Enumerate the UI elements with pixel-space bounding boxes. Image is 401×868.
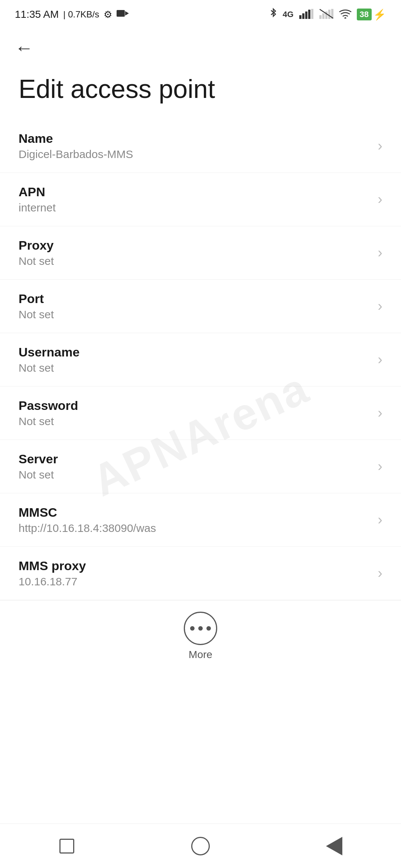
recent-apps-icon	[59, 839, 74, 854]
svg-rect-8	[322, 13, 325, 19]
dot-3	[206, 626, 211, 631]
back-arrow-icon: ←	[15, 37, 33, 58]
wifi-icon	[339, 9, 352, 20]
content-area: ← Edit access point Name Digicel-Barbado…	[0, 26, 401, 823]
svg-rect-6	[311, 9, 313, 19]
network-4g-icon: 4G	[283, 10, 293, 19]
bottom-nav	[0, 823, 401, 868]
settings-value-server: Not set	[19, 468, 370, 481]
settings-item-mms-proxy-content: MMS proxy 10.16.18.77	[19, 559, 370, 588]
signal-bars-icon	[299, 9, 314, 20]
settings-value-port: Not set	[19, 308, 370, 321]
back-button[interactable]: ←	[0, 26, 401, 66]
status-bar-right: 4G	[269, 8, 386, 22]
svg-marker-1	[125, 11, 129, 16]
back-nav-icon	[326, 837, 342, 855]
nav-home-button[interactable]	[182, 831, 219, 861]
settings-value-username: Not set	[19, 362, 370, 374]
chevron-right-password: ›	[378, 405, 382, 421]
settings-label-name: Name	[19, 131, 370, 146]
page-title-text: Edit access point	[19, 73, 382, 105]
settings-item-server-content: Server Not set	[19, 452, 370, 481]
settings-item-password-content: Password Not set	[19, 398, 370, 428]
settings-label-apn: APN	[19, 185, 370, 199]
chevron-right-port: ›	[378, 298, 382, 314]
svg-rect-3	[302, 13, 304, 19]
settings-value-name: Digicel-Barbados-MMS	[19, 148, 370, 161]
settings-value-mms-proxy: 10.16.18.77	[19, 575, 370, 588]
status-bar-left: 11:35 AM | 0.7KB/s ⚙	[15, 9, 129, 20]
nav-back-button[interactable]	[316, 831, 353, 861]
settings-item-name[interactable]: Name Digicel-Barbados-MMS ›	[0, 119, 401, 173]
battery-level: 38	[357, 9, 372, 20]
status-bar: 11:35 AM | 0.7KB/s ⚙ 4G	[0, 0, 401, 26]
settings-item-port[interactable]: Port Not set ›	[0, 280, 401, 333]
home-icon	[191, 837, 210, 855]
settings-value-apn: internet	[19, 201, 370, 214]
chevron-right-server: ›	[378, 458, 382, 474]
settings-item-password[interactable]: Password Not set ›	[0, 387, 401, 440]
svg-rect-7	[319, 15, 322, 19]
settings-item-server[interactable]: Server Not set ›	[0, 440, 401, 493]
video-status-icon	[117, 9, 129, 20]
settings-status-icon: ⚙	[104, 9, 112, 20]
settings-item-name-content: Name Digicel-Barbados-MMS	[19, 131, 370, 161]
bluetooth-icon	[269, 8, 277, 22]
chevron-right-username: ›	[378, 352, 382, 368]
more-label: More	[189, 649, 212, 661]
signal-bars-2-icon	[319, 9, 334, 20]
chevron-right-apn: ›	[378, 191, 382, 207]
settings-value-proxy: Not set	[19, 255, 370, 267]
svg-rect-5	[308, 10, 310, 19]
settings-label-port: Port	[19, 292, 370, 306]
svg-rect-10	[328, 10, 330, 19]
settings-item-apn-content: APN internet	[19, 185, 370, 214]
battery-container: 38 ⚡	[357, 9, 386, 21]
svg-rect-2	[299, 15, 301, 19]
chevron-right-name: ›	[378, 138, 382, 154]
settings-value-password: Not set	[19, 415, 370, 428]
settings-item-username[interactable]: Username Not set ›	[0, 333, 401, 387]
settings-item-proxy-content: Proxy Not set	[19, 238, 370, 267]
svg-point-13	[344, 17, 346, 19]
dot-2	[198, 626, 203, 631]
settings-item-proxy[interactable]: Proxy Not set ›	[0, 226, 401, 280]
more-dots-icon	[190, 626, 211, 631]
page-title: Edit access point	[0, 66, 401, 119]
chevron-right-mms-proxy: ›	[378, 565, 382, 581]
settings-label-password: Password	[19, 398, 370, 413]
settings-item-mmsc-content: MMSC http://10.16.18.4:38090/was	[19, 505, 370, 535]
svg-rect-4	[305, 11, 307, 19]
svg-rect-0	[117, 10, 125, 17]
nav-recent-button[interactable]	[48, 831, 85, 861]
status-time: 11:35 AM	[15, 9, 59, 20]
status-speed: | 0.7KB/s	[63, 9, 99, 20]
more-button[interactable]: More	[0, 600, 401, 672]
settings-item-mmsc[interactable]: MMSC http://10.16.18.4:38090/was ›	[0, 493, 401, 547]
chevron-right-proxy: ›	[378, 245, 382, 261]
settings-item-username-content: Username Not set	[19, 345, 370, 374]
settings-item-port-content: Port Not set	[19, 292, 370, 321]
settings-item-apn[interactable]: APN internet ›	[0, 173, 401, 226]
svg-rect-9	[325, 11, 327, 19]
charge-icon: ⚡	[373, 9, 386, 21]
settings-value-mmsc: http://10.16.18.4:38090/was	[19, 522, 370, 535]
settings-list: Name Digicel-Barbados-MMS › APN internet…	[0, 119, 401, 600]
settings-label-mms-proxy: MMS proxy	[19, 559, 370, 573]
settings-label-username: Username	[19, 345, 370, 359]
settings-label-server: Server	[19, 452, 370, 466]
settings-item-mms-proxy[interactable]: MMS proxy 10.16.18.77 ›	[0, 547, 401, 600]
more-circle-icon	[184, 612, 217, 645]
settings-label-proxy: Proxy	[19, 238, 370, 253]
settings-label-mmsc: MMSC	[19, 505, 370, 520]
dot-1	[190, 626, 195, 631]
chevron-right-mmsc: ›	[378, 512, 382, 528]
